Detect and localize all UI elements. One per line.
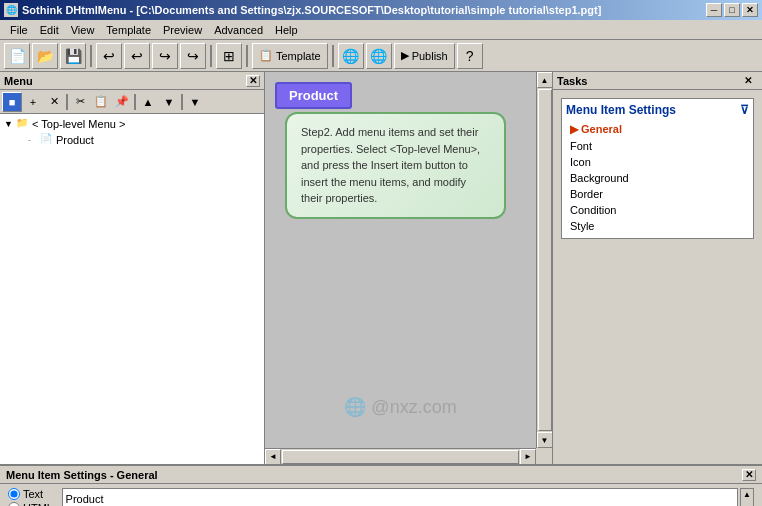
bottom-panel: Menu Item Settings - General ✕ Text HTML… [0,464,762,506]
settings-item-icon[interactable]: Icon [566,154,749,170]
radio-html[interactable] [8,502,20,506]
background-label: Background [570,172,629,184]
titlebar: 🌐 Sothink DHtmlMenu - [C:\Documents and … [0,0,762,20]
scrollbar-corner [536,448,552,464]
undo-arrow-button[interactable]: ↩ [124,43,150,69]
publish-icon: ▶ [401,49,409,62]
view-toggle-button[interactable]: ⊞ [216,43,242,69]
settings-item-background[interactable]: Background [566,170,749,186]
scroll-left-btn[interactable]: ◄ [265,449,281,465]
radio-text-item[interactable]: Text [8,488,54,500]
template-icon: 📋 [259,49,273,62]
add-item-btn[interactable]: + [23,92,43,112]
bottom-content: Text HTML Image ▲ ▼ [0,484,762,506]
app-icon: 🌐 [4,3,18,17]
settings-item-style[interactable]: Style [566,218,749,234]
menu-tool-sep-3 [181,94,183,110]
tree-root-label: < Top-level Menu > [32,118,125,130]
menu-item-settings-box: Menu Item Settings ⊽ ▶ General Font Icon… [561,98,754,239]
undo-button[interactable]: ↩ [96,43,122,69]
cut-btn[interactable]: ✂ [70,92,90,112]
menu-panel-close[interactable]: ✕ [246,75,260,87]
dropdown-btn[interactable]: ▼ [185,92,205,112]
menu-template[interactable]: Template [100,22,157,38]
menu-preview[interactable]: Preview [157,22,208,38]
scroll-up-btn[interactable]: ▲ [537,72,553,88]
settings-item-condition[interactable]: Condition [566,202,749,218]
toolbar-sep-3 [246,45,248,67]
globe-button[interactable]: 🌐 [338,43,364,69]
canvas-scrollbar-h[interactable]: ◄ ► [265,448,536,464]
redo-arrow-button[interactable]: ↪ [180,43,206,69]
general-label: General [581,123,622,135]
text-input-column [62,488,738,506]
copy-btn[interactable]: 📋 [91,92,111,112]
template-button[interactable]: 📋 Template [252,43,328,69]
general-arrow: ▶ [570,123,581,135]
text-value-input[interactable] [62,488,738,506]
tasks-close-btn[interactable]: ✕ [744,75,758,87]
template-label: Template [276,50,321,62]
menu-panel-title: Menu [4,75,33,87]
settings-header[interactable]: Menu Item Settings ⊽ [566,103,749,117]
menu-panel-titlebar: Menu ✕ [0,72,264,90]
scroll-thumb-h[interactable] [282,450,519,464]
scrollbar-right[interactable]: ▲ ▼ [740,488,754,506]
scroll-top-btn[interactable]: ▲ [741,489,753,501]
settings-expand-icon[interactable]: ⊽ [740,103,749,117]
scroll-down-btn[interactable]: ▼ [537,432,553,448]
menu-toolbar: ■ + ✕ ✂ 📋 📌 ▲ ▼ ▼ [0,90,264,114]
condition-label: Condition [570,204,616,216]
menu-file[interactable]: File [4,22,34,38]
publish-button[interactable]: ▶ Publish [394,43,455,69]
radio-html-label: HTML [23,502,53,506]
font-label: Font [570,140,592,152]
icon-label: Icon [570,156,591,168]
move-down-btn[interactable]: ▼ [159,92,179,112]
menu-help[interactable]: Help [269,22,304,38]
menu-edit[interactable]: Edit [34,22,65,38]
settings-item-font[interactable]: Font [566,138,749,154]
tooltip-bubble: Step2. Add menu items and set their prop… [285,112,506,219]
menu-preview-button[interactable]: Product [275,82,352,109]
window-controls[interactable]: ─ □ ✕ [706,3,758,17]
tree-root[interactable]: ▼ 📁 < Top-level Menu > [2,116,262,132]
border-label: Border [570,188,603,200]
help-button[interactable]: ? [457,43,483,69]
add-toplevel-btn[interactable]: ■ [2,92,22,112]
tree-product-item[interactable]: - 📄 Product [26,132,262,148]
menu-advanced[interactable]: Advanced [208,22,269,38]
move-up-btn[interactable]: ▲ [138,92,158,112]
new-button[interactable]: 📄 [4,43,30,69]
menu-tree[interactable]: ▼ 📁 < Top-level Menu > - 📄 Product [0,114,264,464]
menu-tool-sep-2 [134,94,136,110]
menu-panel: Menu ✕ ■ + ✕ ✂ 📋 📌 ▲ ▼ ▼ ▼ 📁 < Top-level… [0,72,265,464]
tasks-titlebar: Tasks ✕ [553,72,762,90]
bottom-close-btn[interactable]: ✕ [742,469,756,481]
canvas-area: Product Step2. Add menu items and set th… [265,72,552,464]
tree-expand-icon[interactable]: ▼ [4,119,16,129]
paste-btn[interactable]: 📌 [112,92,132,112]
canvas-scrollbar-v[interactable]: ▲ ▼ [536,72,552,448]
settings-title: Menu Item Settings [566,103,676,117]
radio-html-item[interactable]: HTML [8,502,54,506]
minimize-button[interactable]: ─ [706,3,722,17]
menubar: File Edit View Template Preview Advanced… [0,20,762,40]
settings-item-general[interactable]: ▶ General [566,121,749,138]
globe-arrow-button[interactable]: 🌐 [366,43,392,69]
radio-text-label: Text [23,488,43,500]
menu-view[interactable]: View [65,22,101,38]
radio-text[interactable] [8,488,20,500]
open-button[interactable]: 📂 [32,43,58,69]
maximize-button[interactable]: □ [724,3,740,17]
settings-item-border[interactable]: Border [566,186,749,202]
save-button[interactable]: 💾 [60,43,86,69]
scroll-thumb-v[interactable] [538,89,552,431]
menu-tool-sep-1 [66,94,68,110]
tooltip-text: Step2. Add menu items and set their prop… [301,126,480,204]
close-button[interactable]: ✕ [742,3,758,17]
redo-button[interactable]: ↪ [152,43,178,69]
watermark: 🌐 @nxz.com [344,396,456,418]
delete-btn[interactable]: ✕ [44,92,64,112]
scroll-right-btn[interactable]: ► [520,449,536,465]
